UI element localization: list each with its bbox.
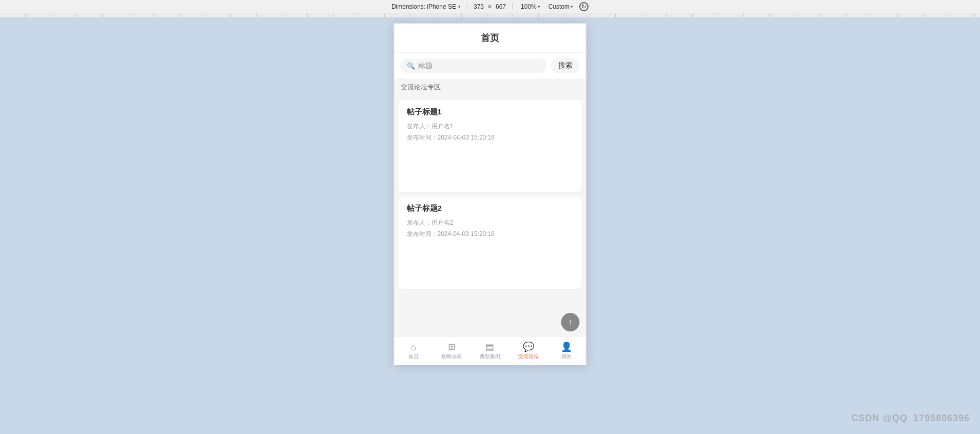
dimensions-chevron[interactable]: ▾ [458, 4, 461, 9]
back-to-top-button[interactable]: ↑ [561, 313, 580, 331]
rotate-button[interactable]: ↻ [579, 2, 589, 11]
post-author-2: 发布人：用户名2 [407, 218, 574, 229]
nav-item-home[interactable]: ⌂ 首页 [395, 340, 433, 363]
post-time-1: 发布时间：2024-04-03 15:20:16 [407, 132, 574, 144]
page-title: 首页 [481, 33, 499, 43]
watermark: CSDN @QQ_1795806396 [851, 413, 970, 424]
dimensions-section: Dimensions: iPhone SE ▾ [391, 3, 461, 10]
page-header: 首页 [395, 24, 586, 53]
phone-frame: 首页 🔍 搜索 交流论坛专区 帖子标题1 发布人：用户名1 发布时间：2024-… [394, 23, 586, 365]
forum-icon: 💬 [523, 342, 534, 351]
divider2 [512, 3, 513, 10]
preset-value: Custom [548, 3, 570, 10]
post-card-2[interactable]: 帖子标题2 发布人：用户名2 发布时间：2024-04-03 15:20:16 [399, 196, 582, 289]
bottom-nav: ⌂ 首页 ⊞ 攻略法规 ▤ 典型案例 💬 交流论坛 👤 我的 [395, 337, 586, 365]
divider1 [467, 3, 467, 10]
post-author-1: 发布人：用户名1 [407, 121, 574, 132]
nav-label-home: 首页 [408, 353, 419, 361]
height-value: 667 [496, 3, 506, 10]
preset-chevron: ▾ [571, 4, 573, 9]
nav-label-forum: 交流论坛 [518, 353, 539, 360]
search-button[interactable]: 搜索 [551, 58, 580, 73]
nav-label-guide: 攻略法规 [441, 353, 462, 360]
width-value: 375 [474, 3, 484, 10]
search-input[interactable] [418, 62, 541, 70]
post-title-2: 帖子标题2 [407, 204, 574, 213]
zoom-chevron: ▾ [538, 4, 540, 9]
post-card-1[interactable]: 帖子标题1 发布人：用户名1 发布时间：2024-04-03 15:20:16 [399, 100, 582, 192]
profile-icon: 👤 [561, 342, 572, 351]
nav-item-profile[interactable]: 👤 我的 [547, 340, 586, 362]
search-input-wrap[interactable]: 🔍 [401, 58, 547, 73]
nav-label-cases: 典型案例 [480, 353, 500, 360]
post-time-2: 发布时间：2024-04-03 15:20:16 [407, 229, 574, 240]
search-icon: 🔍 [407, 62, 415, 70]
preset-dropdown[interactable]: Custom ▾ [546, 2, 575, 11]
dimensions-label: Dimensions: iPhone SE [391, 3, 456, 10]
home-icon: ⌂ [410, 342, 417, 352]
search-bar: 🔍 搜索 [395, 53, 586, 78]
cases-icon: ▤ [485, 342, 494, 351]
post-title-1: 帖子标题1 [407, 107, 574, 117]
nav-label-profile: 我的 [561, 353, 572, 360]
zoom-dropdown[interactable]: 100% ▾ [519, 2, 542, 11]
top-toolbar: Dimensions: iPhone SE ▾ 375 × 667 100% ▾… [0, 0, 980, 13]
section-label: 交流论坛专区 [395, 78, 586, 96]
ruler-horizontal [0, 13, 980, 17]
nav-item-cases[interactable]: ▤ 典型案例 [471, 340, 509, 362]
nav-item-guide[interactable]: ⊞ 攻略法规 [433, 340, 471, 362]
nav-item-forum[interactable]: 💬 交流论坛 [509, 340, 547, 362]
zoom-value: 100% [521, 3, 537, 10]
guide-icon: ⊞ [448, 342, 456, 351]
x-symbol: × [488, 3, 492, 10]
posts-container[interactable]: 帖子标题1 发布人：用户名1 发布时间：2024-04-03 15:20:16 … [395, 96, 586, 348]
